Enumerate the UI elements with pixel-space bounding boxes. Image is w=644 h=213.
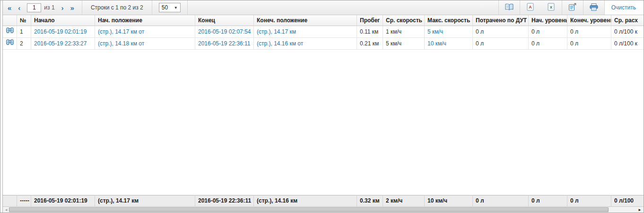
row-end-position-link[interactable]: (стр.), 14.17 км	[254, 26, 357, 38]
header-avg-consumption[interactable]: Ср. расх	[611, 15, 644, 26]
pagination: « ‹ из 1 › »	[3, 3, 82, 12]
total-start-position: (стр.), 14.17 км	[95, 195, 195, 206]
total-avg-speed: 2 км/ч	[383, 195, 425, 206]
row-max-speed-link[interactable]: 5 км/ч	[425, 26, 473, 38]
last-page-button[interactable]: »	[70, 4, 74, 11]
horizontal-scrollbar[interactable]: ◄ ►	[3, 206, 644, 213]
row-avg-speed: 1 км/ч	[383, 26, 425, 38]
next-page-button[interactable]: ›	[61, 4, 64, 11]
clear-button[interactable]: Очистить	[605, 0, 644, 15]
header-max-speed[interactable]: Макс. скорость	[425, 15, 473, 26]
row-final-level: 0 л	[567, 26, 611, 38]
export-pdf-button[interactable]: A	[520, 0, 541, 15]
total-max-speed: 10 км/ч	[425, 195, 473, 206]
total-end-position: (стр.), 14.16 км	[254, 195, 357, 206]
page-count-label: из 1	[44, 4, 54, 11]
row-end-link[interactable]: 2016-05-19 22:36:11	[195, 38, 254, 50]
table-empty-area	[3, 50, 644, 195]
row-start-position-link[interactable]: (стр.), 14.18 км от	[95, 38, 195, 50]
scroll-left-arrow-icon[interactable]: ◄	[4, 207, 8, 213]
row-fuel-used: 0 л	[473, 26, 529, 38]
toolbar-separator	[187, 0, 188, 15]
page-number-input[interactable]	[27, 3, 41, 12]
report-toolbar: « ‹ из 1 › » Строки с 1 по 2 из 2 50 ▼	[3, 0, 644, 15]
table-total-row: ----- 2016-05-19 02:01:19 (стр.), 14.17 …	[3, 195, 644, 206]
row-fuel-used: 0 л	[473, 38, 529, 50]
header-avg-speed[interactable]: Ср. скорость	[383, 15, 425, 26]
first-page-button[interactable]: «	[8, 4, 11, 11]
row-avg-speed: 5 км/ч	[383, 38, 425, 50]
table-row: 2 2016-05-19 22:33:27 (стр.), 14.18 км о…	[3, 38, 644, 50]
page-size-value: 50	[162, 4, 168, 11]
report-book-icon	[505, 3, 514, 12]
header-fuel-used[interactable]: Потрачено по ДУТ	[473, 15, 529, 26]
binoculars-icon	[6, 26, 14, 37]
prev-page-button[interactable]: ‹	[18, 4, 20, 11]
show-on-map-button[interactable]	[3, 38, 17, 50]
row-mileage: 0.21 км	[357, 38, 383, 50]
page-size-select[interactable]: 50 ▼	[159, 3, 181, 12]
total-end: 2016-05-19 22:36:11	[195, 195, 254, 206]
scrollbar-thumb[interactable]	[9, 207, 609, 212]
total-avg-consumption: 0 л/100	[611, 195, 644, 206]
row-avg-consumption: 0 л/100 к	[611, 38, 644, 50]
total-mileage: 0.32 км	[357, 195, 383, 206]
header-end[interactable]: Конец	[195, 15, 254, 26]
toolbar-separator	[152, 0, 152, 15]
total-final-level: 0 л	[567, 195, 611, 206]
row-num: 1	[17, 26, 31, 38]
row-start-link[interactable]: 2016-05-19 22:33:27	[31, 38, 95, 50]
copy-report-icon	[568, 3, 577, 12]
header-end-position[interactable]: Конеч. положение	[254, 15, 357, 26]
report-panel: « ‹ из 1 › » Строки с 1 по 2 из 2 50 ▼	[3, 0, 644, 213]
total-num: -----	[17, 195, 31, 206]
total-init-level: 0 л	[529, 195, 567, 206]
show-on-map-button[interactable]	[3, 26, 17, 38]
row-end-position-link[interactable]: (стр.), 14.16 км от	[254, 38, 357, 50]
report-template-button[interactable]	[499, 0, 520, 15]
header-start[interactable]: Начало	[31, 15, 95, 26]
header-start-position[interactable]: Нач. положение	[95, 15, 195, 26]
scroll-right-arrow-icon[interactable]: ►	[638, 207, 642, 213]
row-mileage: 0.11 км	[357, 26, 383, 38]
rows-range-label: Строки с 1 по 2 из 2	[82, 4, 152, 11]
report-window: « ‹ из 1 › » Строки с 1 по 2 из 2 50 ▼	[0, 0, 644, 213]
row-avg-consumption: 0 л/100 к	[611, 26, 644, 38]
print-icon	[589, 3, 599, 12]
table-row: 1 2016-05-19 02:01:19 (стр.), 14.17 км о…	[3, 26, 644, 38]
toolbar-actions: A x	[498, 0, 644, 15]
row-init-level: 0 л	[529, 26, 567, 38]
clear-button-label: Очистить	[611, 4, 636, 11]
binoculars-icon	[6, 38, 14, 49]
svg-text:x: x	[550, 5, 552, 9]
header-num[interactable]: №	[17, 15, 31, 26]
chevron-down-icon: ▼	[174, 6, 178, 10]
print-button[interactable]	[583, 0, 604, 15]
row-num: 2	[17, 38, 31, 50]
row-max-speed-link[interactable]: 10 км/ч	[425, 38, 473, 50]
row-init-level: 0 л	[529, 38, 567, 50]
svg-text:A: A	[529, 5, 532, 9]
copy-report-button[interactable]	[562, 0, 583, 15]
table-header-row: № Начало Нач. положение Конец Конеч. пол…	[3, 15, 644, 26]
row-start-position-link[interactable]: (стр.), 14.17 км от	[95, 26, 195, 38]
row-start-link[interactable]: 2016-05-19 02:01:19	[31, 26, 95, 38]
export-excel-icon: x	[548, 3, 555, 12]
header-final-level[interactable]: Конеч. уровень	[567, 15, 611, 26]
row-final-level: 0 л	[567, 38, 611, 50]
total-icon-cell	[3, 195, 17, 206]
export-pdf-icon: A	[527, 3, 534, 12]
total-fuel-used: 0 л	[473, 195, 529, 206]
total-start: 2016-05-19 02:01:19	[31, 195, 95, 206]
export-excel-button[interactable]: x	[541, 0, 562, 15]
header-mileage[interactable]: Пробег	[357, 15, 383, 26]
row-end-link[interactable]: 2016-05-19 02:07:54	[195, 26, 254, 38]
header-init-level[interactable]: Нач. уровень	[529, 15, 567, 26]
header-icon-column	[3, 15, 17, 26]
